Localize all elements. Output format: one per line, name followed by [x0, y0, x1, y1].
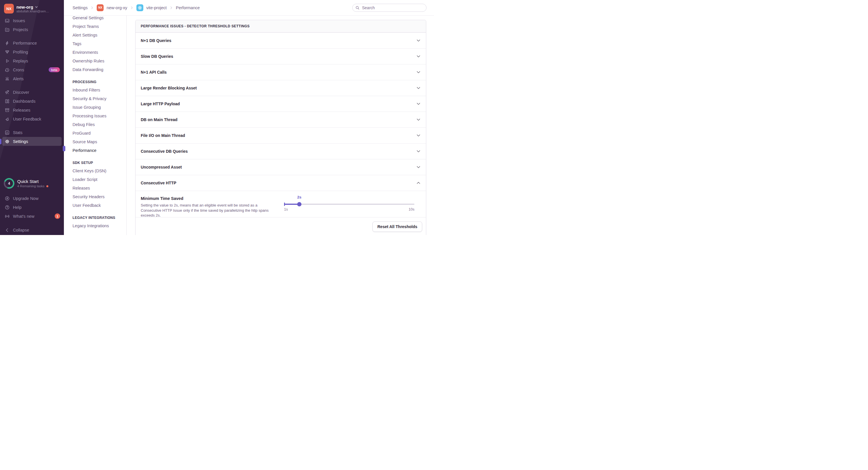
chevron-down-icon	[416, 118, 421, 122]
settings-nav-source-maps[interactable]: Source Maps	[64, 137, 126, 146]
sidebar-item-performance[interactable]: Performance	[0, 38, 64, 47]
help-icon	[5, 205, 10, 210]
sidebar-item-user-feedback[interactable]: User Feedback	[0, 114, 64, 124]
min-time-saved-slider: 2s 1s 10s	[284, 196, 414, 217]
siren-icon	[5, 76, 10, 81]
detector-row-db-on-main-thread[interactable]: DB on Main Thread	[135, 111, 426, 127]
consecutive-http-settings: Minimum Time Saved Setting the value to …	[135, 191, 426, 217]
settings-nav-inbound-filters[interactable]: Inbound Filters	[64, 86, 126, 94]
detector-row-consecutive-db-queries[interactable]: Consecutive DB Queries	[135, 143, 426, 159]
settings-nav-security-privacy[interactable]: Security & Privacy	[64, 94, 126, 103]
org-switcher[interactable]: NX new-org abdullah.khan@sen…	[0, 0, 64, 16]
sidebar-item-projects[interactable]: Projects	[0, 25, 64, 34]
issues-icon	[5, 18, 10, 23]
sidebar-collapse-button[interactable]: Collapse	[0, 226, 64, 234]
sidebar-item-dashboards[interactable]: Dashboards	[0, 97, 64, 106]
settings-nav-user-feedback[interactable]: User Feedback	[64, 201, 126, 210]
detector-row-n1-api-calls[interactable]: N+1 API Calls	[135, 64, 426, 80]
detector-row-large-render-blocking-asset[interactable]: Large Render Blocking Asset	[135, 80, 426, 96]
quick-start-count: 4	[5, 179, 13, 187]
slider-track[interactable]	[284, 204, 414, 205]
search-icon	[355, 6, 360, 10]
profiling-icon	[5, 49, 10, 55]
clock-history-icon	[5, 67, 10, 72]
breadcrumb-settings[interactable]: Settings	[72, 5, 88, 10]
settings-nav-proguard[interactable]: ProGuard	[64, 129, 126, 137]
chevron-right-icon	[90, 6, 94, 9]
sidebar-item-releases[interactable]: Releases	[0, 106, 64, 114]
settings-nav-section-legacy: LEGACY INTEGRATIONS	[64, 216, 126, 220]
sidebar-item-alerts[interactable]: Alerts	[0, 74, 64, 83]
detector-row-slow-db-queries[interactable]: Slow DB Queries	[135, 48, 426, 64]
settings-nav-active-indicator	[63, 146, 65, 151]
settings-nav-environments[interactable]: Environments	[64, 48, 126, 57]
react-project-icon[interactable]	[136, 4, 143, 11]
sidebar-item-replays[interactable]: Replays	[0, 56, 64, 65]
sidebar-item-label: User Feedback	[13, 117, 41, 122]
sidebar-item-discover[interactable]: Discover	[0, 88, 64, 97]
detector-row-n1-db-queries[interactable]: N+1 DB Queries	[135, 33, 426, 48]
detector-row-consecutive-http[interactable]: Consecutive HTTP	[135, 175, 426, 191]
org-name: new-org	[17, 5, 33, 9]
settings-nav-legacy-integrations[interactable]: Legacy Integrations	[64, 222, 126, 230]
projects-icon	[5, 27, 10, 32]
gear-icon	[5, 139, 10, 144]
settings-nav-releases[interactable]: Releases	[64, 184, 126, 193]
sidebar-item-label: Crons	[13, 68, 24, 72]
settings-nav-tags[interactable]: Tags	[64, 39, 126, 48]
breadcrumb-org[interactable]: new-org-xy	[106, 5, 127, 10]
sidebar-item-label: Collapse	[13, 228, 29, 232]
sidebar-item-settings[interactable]: Settings	[2, 137, 62, 146]
settings-nav-data-forwarding[interactable]: Data Forwarding	[64, 65, 126, 74]
quick-start[interactable]: 4 Quick Start 4 Remaining tasks	[0, 178, 64, 189]
detector-row-title: N+1 DB Queries	[141, 38, 171, 43]
quick-start-progress-ring: 4	[4, 178, 14, 189]
slider-thumb[interactable]	[297, 202, 302, 206]
settings-nav-client-keys[interactable]: Client Keys (DSN)	[64, 167, 126, 175]
settings-nav-alert-settings[interactable]: Alert Settings	[64, 31, 126, 39]
org-badge[interactable]: NX	[97, 4, 103, 11]
detector-row-file-io-on-main-thread[interactable]: File I/O on Main Thread	[135, 127, 426, 143]
sidebar-item-help[interactable]: Help	[0, 203, 64, 212]
detector-row-title: DB on Main Thread	[141, 118, 178, 122]
sidebar-item-upgrade-now[interactable]: Upgrade Now	[0, 194, 64, 203]
detector-row-large-http-payload[interactable]: Large HTTP Payload	[135, 96, 426, 111]
breadcrumb-project[interactable]: vite-project	[146, 5, 167, 10]
sidebar-item-stats[interactable]: Stats	[0, 128, 64, 137]
sidebar-item-crons[interactable]: Crons beta	[0, 65, 64, 74]
whats-new-badge: 1	[55, 213, 60, 219]
slider-start-tick	[284, 202, 285, 206]
chevron-down-icon	[416, 102, 421, 106]
sidebar-item-whats-new[interactable]: What's new 1	[0, 212, 64, 221]
nav-group-gap	[0, 83, 64, 88]
sidebar-item-issues[interactable]: Issues	[0, 16, 64, 25]
settings-nav-performance[interactable]: Performance	[64, 146, 126, 155]
settings-nav-loader-script[interactable]: Loader Script	[64, 175, 126, 184]
settings-nav-ownership-rules[interactable]: Ownership Rules	[64, 57, 126, 65]
detector-row-title: Large Render Blocking Asset	[141, 86, 197, 90]
detector-row-uncompressed-asset[interactable]: Uncompressed Asset	[135, 159, 426, 175]
search-input[interactable]	[362, 5, 423, 10]
settings-nav-project-teams[interactable]: Project Teams	[64, 22, 126, 31]
settings-nav-issue-grouping[interactable]: Issue Grouping	[64, 103, 126, 111]
sidebar-item-label: Replays	[13, 59, 28, 63]
reset-all-thresholds-button[interactable]: Reset All Thresholds	[372, 222, 422, 232]
chevron-up-icon	[416, 181, 421, 185]
detector-row-title: File I/O on Main Thread	[141, 133, 185, 138]
detector-row-title: Uncompressed Asset	[141, 165, 182, 169]
settings-nav-debug-files[interactable]: Debug Files	[64, 120, 126, 129]
active-indicator	[0, 139, 1, 144]
breadcrumb: Settings NX new-org-xy vite-project Perf…	[72, 4, 200, 11]
settings-nav-processing-issues[interactable]: Processing Issues	[64, 111, 126, 120]
sidebar-item-profiling[interactable]: Profiling	[0, 47, 64, 56]
quick-start-subtitle: 4 Remaining tasks	[17, 184, 44, 188]
slider-value: 2s	[297, 195, 301, 199]
detector-row-title: Consecutive HTTP	[141, 181, 177, 185]
primary-nav: Issues Projects Performance Profiling Re…	[0, 16, 64, 146]
chevron-down-icon	[416, 149, 421, 154]
chevron-down-icon	[416, 165, 421, 169]
sidebar-item-label: Issues	[13, 19, 25, 23]
settings-nav-security-headers[interactable]: Security Headers	[64, 193, 126, 201]
settings-nav-general-settings[interactable]: General Settings	[64, 15, 126, 22]
chevron-down-icon	[416, 133, 421, 138]
